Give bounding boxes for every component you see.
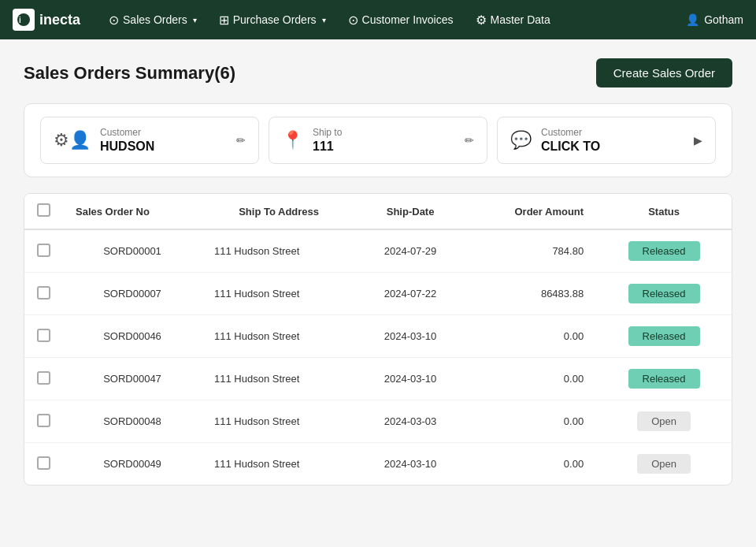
row-order-id[interactable]: SORD00048: [63, 400, 202, 443]
orders-table: Sales Order No Ship To Address Ship-Date…: [24, 194, 732, 485]
row-status: Open: [596, 443, 732, 486]
customer-icon: ⚙👤: [54, 130, 91, 151]
status-badge: Released: [628, 284, 700, 303]
table-row: SORD00047 111 Hudson Street 2024-03-10 0…: [24, 358, 732, 400]
location-icon: 📍: [282, 130, 303, 151]
username: Gotham: [704, 13, 743, 26]
row-checkbox-cell[interactable]: [24, 400, 63, 443]
table-body: SORD00001 111 Hudson Street 2024-07-29 7…: [24, 229, 732, 485]
arrow-right-icon[interactable]: ▶: [694, 134, 702, 147]
status-badge: Released: [628, 241, 700, 261]
table-row: SORD00048 111 Hudson Street 2024-03-03 0…: [24, 400, 732, 443]
row-checkbox-cell[interactable]: [24, 229, 63, 273]
filter-card-notes-value: CLICK TO: [541, 140, 684, 154]
notes-icon: 💬: [510, 130, 532, 151]
row-status: Released: [596, 229, 732, 273]
table-row: SORD00007 111 Hudson Street 2024-07-22 8…: [24, 273, 732, 315]
row-status: Released: [596, 315, 732, 358]
nav-item-purchase-orders[interactable]: ⊞ Purchase Orders ▾: [209, 8, 335, 32]
filter-card-notes[interactable]: 💬 Customer CLICK TO ▶: [497, 117, 716, 164]
row-checkbox[interactable]: [37, 371, 50, 385]
col-checkbox: [24, 194, 63, 229]
row-amount: 0.00: [465, 358, 596, 400]
row-checkbox-cell[interactable]: [24, 358, 63, 400]
select-all-checkbox[interactable]: [37, 203, 50, 217]
nav-item-master-data[interactable]: ⚙ Master Data: [466, 8, 560, 32]
edit-shipto-icon[interactable]: ✏: [465, 134, 474, 147]
nav-item-sales-orders[interactable]: ⊙ Sales Orders ▾: [99, 8, 206, 32]
user-menu[interactable]: 👤 Gotham: [686, 13, 743, 26]
filter-card-customer-value: HUDSON: [100, 140, 227, 154]
table-row: SORD00046 111 Hudson Street 2024-03-10 0…: [24, 315, 732, 358]
brand-icon: i: [13, 9, 35, 31]
row-ship-date: 2024-03-10: [356, 443, 465, 486]
nav-item-customer-invoices[interactable]: ⊙ Customer Invoices: [339, 8, 463, 32]
row-checkbox-cell[interactable]: [24, 315, 63, 358]
brand-name: inecta: [39, 12, 80, 28]
row-checkbox-cell[interactable]: [24, 273, 63, 315]
edit-customer-icon[interactable]: ✏: [236, 134, 246, 147]
row-status: Open: [596, 400, 732, 443]
col-ship-to-address: Ship To Address: [202, 194, 356, 229]
row-checkbox[interactable]: [37, 244, 50, 257]
nav-label-master-data: Master Data: [491, 13, 550, 26]
table-row: SORD00001 111 Hudson Street 2024-07-29 7…: [24, 229, 732, 273]
row-status: Released: [596, 358, 732, 400]
row-amount: 86483.88: [465, 273, 596, 315]
filter-card-shipto-value: 111: [313, 140, 455, 154]
row-amount: 0.00: [465, 315, 596, 358]
row-checkbox[interactable]: [37, 414, 50, 427]
row-ship-to: 111 Hudson Street: [202, 358, 356, 400]
row-checkbox[interactable]: [37, 286, 50, 300]
row-checkbox[interactable]: [37, 329, 50, 342]
table-row: SORD00049 111 Hudson Street 2024-03-10 0…: [24, 443, 732, 486]
svg-text:i: i: [19, 16, 21, 24]
sales-orders-icon: ⊙: [109, 13, 119, 28]
row-ship-to: 111 Hudson Street: [202, 229, 356, 273]
row-order-id[interactable]: SORD00046: [63, 315, 202, 358]
filter-card-customer-body: Customer HUDSON: [100, 127, 227, 154]
filter-card-shipto-label: Ship to: [313, 127, 455, 138]
col-ship-date: Ship-Date: [356, 194, 465, 229]
nav-label-purchase-orders: Purchase Orders: [233, 13, 317, 26]
filter-card-notes-label: Customer: [541, 127, 684, 138]
status-badge: Open: [637, 454, 691, 474]
navbar: i inecta ⊙ Sales Orders ▾ ⊞ Purchase Ord…: [0, 0, 756, 39]
filter-card-shipto-body: Ship to 111: [313, 127, 455, 154]
filter-card-notes-body: Customer CLICK TO: [541, 127, 684, 154]
row-ship-to: 111 Hudson Street: [202, 400, 356, 443]
page-header: Sales Orders Summary(6) Create Sales Ord…: [24, 58, 732, 87]
row-checkbox[interactable]: [37, 456, 50, 470]
filter-card-customer[interactable]: ⚙👤 Customer HUDSON ✏: [40, 117, 259, 164]
row-amount: 0.00: [465, 400, 596, 443]
row-order-id[interactable]: SORD00001: [63, 229, 202, 273]
row-ship-to: 111 Hudson Street: [202, 443, 356, 486]
row-order-id[interactable]: SORD00007: [63, 273, 202, 315]
chevron-down-icon: ▾: [322, 16, 326, 24]
col-sales-order-no: Sales Order No: [63, 194, 202, 229]
row-ship-date: 2024-03-10: [356, 358, 465, 400]
row-ship-to: 111 Hudson Street: [202, 315, 356, 358]
filter-card-shipto[interactable]: 📍 Ship to 111 ✏: [269, 117, 487, 164]
row-amount: 784.80: [465, 229, 596, 273]
filter-card-customer-label: Customer: [100, 127, 227, 138]
chevron-down-icon: ▾: [193, 16, 197, 24]
brand-logo[interactable]: i inecta: [13, 9, 80, 31]
orders-table-container: Sales Order No Ship To Address Ship-Date…: [24, 193, 732, 486]
row-status: Released: [596, 273, 732, 315]
master-data-icon: ⚙: [476, 13, 487, 28]
row-ship-date: 2024-03-03: [356, 400, 465, 443]
row-amount: 0.00: [465, 443, 596, 486]
create-sales-order-button[interactable]: Create Sales Order: [596, 58, 732, 87]
status-badge: Open: [637, 411, 691, 431]
nav-menu: ⊙ Sales Orders ▾ ⊞ Purchase Orders ▾ ⊙ C…: [99, 8, 686, 32]
col-order-amount: Order Amount: [465, 194, 596, 229]
row-order-id[interactable]: SORD00047: [63, 358, 202, 400]
col-status: Status: [596, 194, 732, 229]
row-order-id[interactable]: SORD00049: [63, 443, 202, 486]
user-icon: 👤: [686, 13, 699, 26]
main-content: Sales Orders Summary(6) Create Sales Ord…: [0, 39, 756, 504]
row-checkbox-cell[interactable]: [24, 443, 63, 486]
status-badge: Released: [628, 369, 700, 389]
row-ship-to: 111 Hudson Street: [202, 273, 356, 315]
